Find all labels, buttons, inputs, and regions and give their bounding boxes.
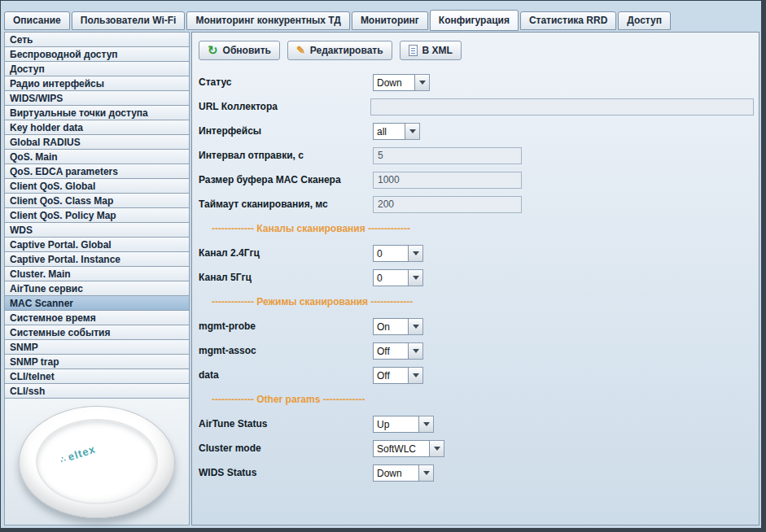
channel-2-4-select[interactable]: 0 [373, 245, 423, 262]
mgmt-assoc-value: Off [373, 342, 409, 360]
chevron-down-icon[interactable] [409, 245, 423, 262]
sidebar-item-qos-edca-parameters[interactable]: QoS. EDCA parameters [4, 164, 190, 179]
chevron-down-icon[interactable] [409, 367, 423, 384]
access-point-image: ∴ eltex [19, 406, 175, 518]
status-label: Статус [199, 76, 373, 88]
sidebar-item-wireless-access[interactable]: Беспроводной доступ [4, 46, 190, 62]
sidebar-item-cli-ssh[interactable]: CLI/ssh [4, 383, 190, 399]
tab-description[interactable]: Описание [4, 11, 70, 30]
tab-bar: Описание Пользователи Wi-Fi Мониторинг к… [1, 1, 761, 30]
mgmt-probe-row: mgmt-probe On [199, 314, 754, 338]
channel-5-select[interactable]: 0 [373, 269, 423, 286]
sidebar-item-radio-interfaces[interactable]: Радио интерфейсы [4, 76, 190, 91]
cluster-mode-label: Cluster mode [199, 443, 373, 454]
airtune-status-select[interactable]: Up [373, 416, 434, 433]
airtune-status-row: AirTune Status Up [199, 412, 754, 436]
chevron-down-icon[interactable] [419, 464, 434, 482]
interfaces-label: Интерфейсы [199, 125, 373, 137]
chevron-down-icon[interactable] [419, 416, 434, 433]
section-scan-modes: ------------- Режимы сканирования ------… [199, 290, 754, 314]
channel-2-4-row: Канал 2.4Ггц 0 [199, 241, 754, 265]
sidebar-item-network[interactable]: Сеть [4, 32, 190, 47]
chevron-down-icon[interactable] [409, 342, 423, 360]
sidebar-item-qos-main[interactable]: QoS. Main [4, 149, 190, 164]
toolbar: ↻ Обновить ✎ Редактировать В XML [199, 41, 754, 60]
collector-url-input[interactable] [370, 98, 754, 116]
channel-2-4-value: 0 [373, 245, 409, 262]
cluster-mode-select[interactable]: SoftWLC [373, 440, 444, 457]
buffer-size-input[interactable] [373, 172, 522, 189]
to-xml-button-label: В XML [422, 45, 453, 56]
app-window: Описание Пользователи Wi-Fi Мониторинг к… [0, 0, 766, 532]
section-other-params: ------------- Other params ------------- [199, 387, 754, 412]
send-interval-label: Интервал отправки, с [199, 150, 373, 161]
refresh-button-label: Обновить [223, 45, 271, 56]
sidebar-item-snmp-trap[interactable]: SNMP trap [4, 354, 190, 369]
wids-status-row: WIDS Status Down [199, 460, 754, 485]
sidebar-item-snmp[interactable]: SNMP [4, 339, 190, 355]
sidebar: Сеть Беспроводной доступ Доступ Радио ин… [4, 32, 190, 525]
collector-url-row: URL Коллектора [199, 94, 754, 119]
tab-rrd-statistics[interactable]: Статистика RRD [520, 11, 616, 30]
content-area: Сеть Беспроводной доступ Доступ Радио ин… [1, 30, 761, 528]
sidebar-item-captive-portal-global[interactable]: Captive Portal. Global [4, 237, 190, 252]
scan-timeout-input[interactable] [373, 196, 522, 213]
chevron-down-icon[interactable] [405, 123, 420, 140]
tab-wifi-users[interactable]: Пользователи Wi-Fi [72, 11, 186, 30]
sidebar-item-client-qos-policy-map[interactable]: Client QoS. Policy Map [4, 207, 190, 223]
config-panel: ↻ Обновить ✎ Редактировать В XML Статус … [191, 32, 759, 525]
sidebar-item-client-qos-class-map[interactable]: Client QoS. Class Map [4, 193, 190, 208]
scan-timeout-row: Таймаут сканирования, мс [199, 192, 754, 216]
wids-status-select[interactable]: Down [373, 464, 434, 482]
tab-monitoring[interactable]: Мониторинг [352, 11, 428, 30]
data-row: data Off [199, 363, 754, 387]
chevron-down-icon[interactable] [415, 74, 430, 91]
sidebar-item-system-events[interactable]: Системные события [4, 325, 190, 340]
status-select[interactable]: Down [373, 74, 430, 91]
scan-timeout-label: Таймаут сканирования, мс [199, 198, 373, 210]
sidebar-item-system-time[interactable]: Системное время [4, 310, 190, 325]
edit-button-label: Редактировать [310, 45, 383, 56]
tab-access[interactable]: Доступ [618, 11, 671, 30]
sidebar-item-global-radius[interactable]: Global RADIUS [4, 134, 190, 150]
sidebar-item-wids-wips[interactable]: WIDS/WIPS [4, 90, 190, 106]
edit-button[interactable]: ✎ Редактировать [287, 41, 392, 60]
mgmt-probe-value: On [373, 318, 409, 335]
chevron-down-icon[interactable] [430, 440, 444, 457]
tab-competitor-ap-monitoring[interactable]: Мониторинг конкурентных ТД [186, 11, 349, 30]
sidebar-item-mac-scanner[interactable]: MAC Scanner [4, 295, 190, 311]
tab-configuration[interactable]: Конфигурация [430, 10, 519, 31]
data-select[interactable]: Off [373, 367, 423, 384]
channel-5-value: 0 [373, 269, 409, 286]
interfaces-select[interactable]: all [373, 123, 420, 140]
airtune-status-label: AirTune Status [199, 418, 373, 430]
to-xml-button[interactable]: В XML [400, 41, 462, 60]
sidebar-item-client-qos-global[interactable]: Client QoS. Global [4, 178, 190, 194]
data-label: data [199, 369, 373, 381]
sidebar-item-cli-telnet[interactable]: CLI/telnet [4, 368, 190, 384]
interfaces-value: all [373, 123, 405, 140]
collector-url-label: URL Коллектора [199, 101, 370, 112]
send-interval-input[interactable] [373, 147, 522, 164]
sidebar-item-airtune-service[interactable]: AirTune сервис [4, 281, 190, 296]
sidebar-item-access[interactable]: Доступ [4, 61, 190, 76]
sidebar-item-captive-portal-instance[interactable]: Captive Portal. Instance [4, 251, 190, 267]
chevron-down-icon[interactable] [409, 318, 423, 335]
wids-status-label: WIDS Status [199, 467, 373, 478]
chevron-down-icon[interactable] [409, 269, 423, 286]
buffer-size-row: Размер буфера MAC Сканера [199, 168, 754, 192]
channel-5-label: Канал 5Ггц [199, 272, 373, 283]
refresh-button[interactable]: ↻ Обновить [199, 41, 280, 60]
data-value: Off [373, 367, 409, 384]
sidebar-item-virtual-access-points[interactable]: Виртуальные точки доступа [4, 105, 190, 120]
sidebar-item-wds[interactable]: WDS [4, 222, 190, 238]
device-image-cell: ∴ eltex [4, 398, 190, 525]
sidebar-item-key-holder-data[interactable]: Key holder data [4, 120, 190, 135]
cluster-mode-row: Cluster mode SoftWLC [199, 436, 754, 460]
interfaces-row: Интерфейсы all [199, 119, 754, 143]
sidebar-item-cluster-main[interactable]: Cluster. Main [4, 266, 190, 281]
mgmt-probe-select[interactable]: On [373, 318, 423, 335]
section-scan-channels: ------------- Каналы сканирования ------… [199, 216, 754, 241]
mgmt-assoc-select[interactable]: Off [373, 342, 423, 360]
status-value: Down [373, 74, 415, 91]
